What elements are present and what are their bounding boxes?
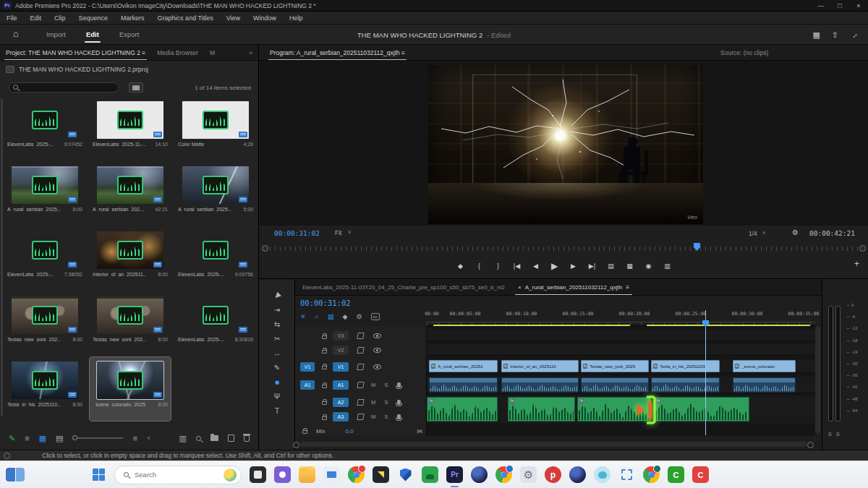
video-track-header[interactable]: V3 bbox=[295, 330, 427, 341]
track-lock-icon[interactable] bbox=[322, 401, 327, 405]
green-c-app-icon[interactable]: C bbox=[668, 466, 684, 483]
video-track-header[interactable]: V2 bbox=[295, 345, 427, 356]
track-target[interactable]: A2 bbox=[333, 398, 349, 407]
chrome-profile-icon[interactable] bbox=[643, 466, 660, 483]
people-app-icon[interactable] bbox=[422, 466, 438, 483]
program-monitor-tab[interactable]: Program: A_rural_serbian_202511032112_qx… bbox=[264, 46, 411, 60]
track-target[interactable]: V3 bbox=[333, 331, 349, 341]
file-explorer-icon[interactable] bbox=[299, 466, 315, 483]
snap-toggle[interactable]: ∩ bbox=[315, 313, 319, 320]
pen-tool[interactable]: ✎ bbox=[274, 364, 280, 372]
video-clip[interactable]: fx A_rural_serbian_20251 bbox=[429, 360, 498, 372]
source-monitor-tab[interactable]: Source: (no clips) bbox=[715, 46, 774, 60]
export-frame-button[interactable]: ◉ bbox=[644, 262, 653, 270]
audio-clip[interactable] bbox=[733, 377, 796, 393]
hand-tool[interactable]: Ψ bbox=[274, 393, 280, 401]
workspace-tab[interactable]: Export bbox=[111, 25, 148, 44]
thumbnail-zoom-slider[interactable] bbox=[72, 437, 123, 439]
close-tab-icon[interactable]: × bbox=[518, 281, 522, 295]
program-scrubber[interactable] bbox=[260, 243, 868, 254]
ElevenLabs_2025-...[interactable]: ElevenLabs_2025-... 8:30816 bbox=[175, 292, 256, 356]
timeline-horizontal-scrollbar[interactable] bbox=[300, 442, 807, 447]
timeline-settings-button[interactable]: ⚙ bbox=[356, 313, 362, 320]
menu-item[interactable]: Edit bbox=[24, 14, 48, 22]
Interior_of_an_202511...[interactable]: Interior_of_an_202511... 8:00 bbox=[90, 227, 171, 291]
new-bin-icon[interactable] bbox=[210, 435, 218, 441]
source-patch[interactable] bbox=[300, 346, 315, 355]
menu-item[interactable]: View bbox=[220, 14, 247, 22]
lift-button[interactable]: ▤ bbox=[607, 262, 616, 270]
panel-menu-icon[interactable]: ≡ bbox=[626, 281, 629, 295]
add-marker-button[interactable]: ◆ bbox=[343, 313, 348, 320]
ElevenLabs_2025-11-...[interactable]: ElevenLabs_2025-11-... 14;10 bbox=[90, 97, 171, 160]
mark-in-button[interactable]: { bbox=[475, 262, 484, 270]
music-audio-clip[interactable]: fx bbox=[427, 397, 498, 421]
windows-security-icon[interactable] bbox=[397, 466, 414, 483]
orb-app-icon[interactable] bbox=[471, 466, 488, 483]
track-target[interactable]: A1 bbox=[333, 380, 349, 390]
audio-track-header[interactable]: A3 M S bbox=[295, 411, 427, 422]
Color Matte[interactable]: Color Matte 4;29 bbox=[175, 97, 256, 160]
toggle-track-output-icon[interactable] bbox=[373, 333, 381, 338]
solo-button[interactable]: S bbox=[383, 414, 390, 420]
captions-button[interactable]: cc bbox=[371, 313, 380, 320]
source-patch[interactable] bbox=[300, 331, 315, 341]
timeline-ruler[interactable]: 00:0000:00:05:0000:00:10:0000:00:15:0000… bbox=[427, 309, 815, 326]
video-clip[interactable]: fx Interior_of_an_2025110 bbox=[501, 360, 579, 372]
playback-resolution-select[interactable]: 1/4∨ bbox=[749, 230, 766, 237]
mix-track-header[interactable]: Mix 0.0 ⋈ bbox=[295, 426, 427, 436]
video-track-header[interactable]: V1 V1 bbox=[295, 361, 427, 372]
audio-track-header[interactable]: A2 M S bbox=[295, 395, 427, 408]
mix-value[interactable]: 0.0 bbox=[345, 428, 353, 435]
start-button[interactable] bbox=[93, 468, 105, 481]
settings-app-icon[interactable]: ⚙ bbox=[520, 466, 537, 483]
audio-track-header[interactable]: A1 A1 M S bbox=[295, 378, 427, 392]
red-c-app-icon[interactable]: C bbox=[692, 466, 709, 483]
razor-tool[interactable]: ✂ bbox=[274, 335, 280, 343]
audio-clip[interactable] bbox=[501, 377, 579, 393]
close-button[interactable]: × bbox=[849, 2, 868, 9]
timeline-playhead-line[interactable] bbox=[705, 310, 706, 435]
menu-item[interactable]: Clip bbox=[48, 14, 72, 22]
workspace-switcher-icon[interactable]: ▦ bbox=[812, 30, 820, 40]
snipping-tool-icon[interactable] bbox=[618, 466, 635, 483]
_scene_colorado_2025...[interactable]: _scene_colorado_2025... 8:00 bbox=[90, 357, 171, 421]
chat-app-icon[interactable] bbox=[274, 466, 291, 483]
timeline-current-timecode[interactable]: 00:00:31:02 bbox=[300, 299, 351, 307]
maximize-button[interactable]: □ bbox=[830, 2, 849, 9]
sequence-tab-active[interactable]: × A_rural_serbian_202511032112_qxjth ≡ bbox=[512, 281, 635, 295]
fullscreen-icon[interactable]: ↔ bbox=[848, 29, 859, 40]
menu-item[interactable]: Markers bbox=[114, 14, 151, 22]
video-clip[interactable]: fx Teslas_new_york_2025 bbox=[581, 360, 649, 372]
voiceover-record-icon[interactable] bbox=[397, 414, 401, 419]
video-clip[interactable]: fx _scene_colorado bbox=[733, 360, 796, 372]
play-button[interactable]: ▶ bbox=[550, 261, 559, 271]
sync-lock-icon[interactable] bbox=[357, 414, 365, 420]
menu-item[interactable]: Help bbox=[283, 14, 310, 22]
overflow-tab[interactable]: M bbox=[204, 46, 221, 60]
button-editor-plus-icon[interactable]: + bbox=[854, 259, 859, 269]
step-back-button[interactable]: ◀ bbox=[532, 262, 540, 270]
source-patch[interactable] bbox=[300, 398, 315, 407]
menu-item[interactable]: File bbox=[0, 14, 24, 22]
find-icon[interactable] bbox=[196, 436, 201, 441]
track-lock-icon[interactable] bbox=[322, 350, 327, 354]
icon-view-icon[interactable]: ▦ bbox=[39, 434, 46, 443]
mix-fit-icon[interactable]: ⋈ bbox=[417, 428, 422, 435]
sync-lock-icon[interactable] bbox=[357, 364, 365, 370]
track-target[interactable]: A3 bbox=[333, 412, 349, 421]
monitor-settings-wrench-icon[interactable]: ⚙ bbox=[792, 228, 799, 236]
freeform-view-icon[interactable]: ▤ bbox=[56, 434, 63, 443]
project-scrollbar[interactable] bbox=[1, 98, 3, 416]
sync-lock-icon[interactable] bbox=[357, 347, 365, 354]
mute-button[interactable]: M bbox=[370, 414, 377, 420]
music-audio-clip[interactable]: fx bbox=[508, 397, 575, 421]
selection-tool[interactable]: ◀ bbox=[272, 291, 281, 300]
menu-item[interactable]: Sequence bbox=[72, 14, 115, 22]
writable-pen-icon[interactable]: ✎ bbox=[9, 434, 15, 443]
panel-overflow-icon[interactable]: » bbox=[243, 46, 258, 60]
sort-icon[interactable]: ≡ bbox=[132, 434, 137, 442]
track-lock-icon[interactable] bbox=[322, 335, 327, 339]
mark-out-button[interactable]: } bbox=[494, 262, 503, 270]
zoom-handle-left[interactable] bbox=[262, 245, 268, 252]
